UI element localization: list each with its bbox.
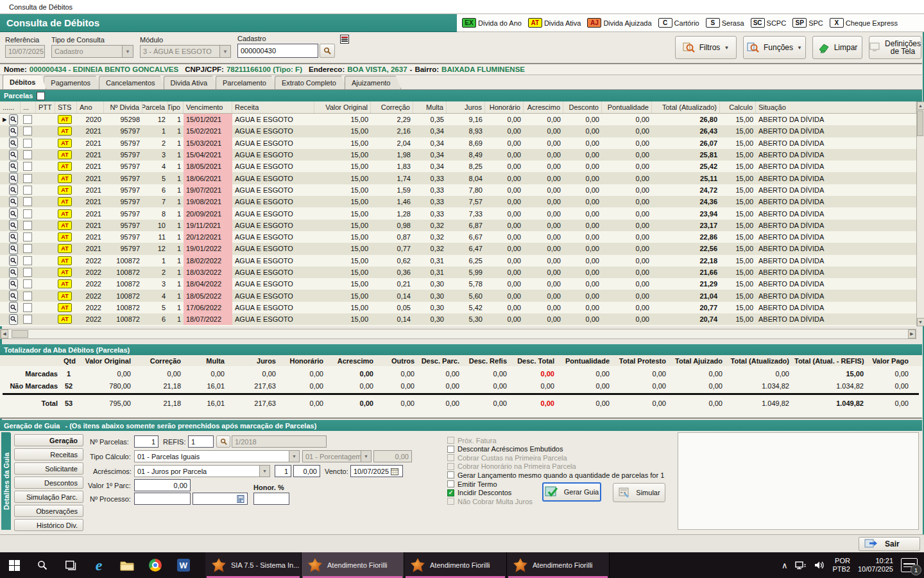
detalhes-da-guia-tab[interactable]: Detalhes da Guia bbox=[1, 432, 11, 530]
sidebar-button-simula-o-parc-[interactable]: Simulação Parc. bbox=[14, 491, 83, 503]
sidebar-button-hist-rico-div-[interactable]: Histórico Div. bbox=[14, 519, 83, 531]
checkbox[interactable] bbox=[447, 454, 454, 461]
table-row[interactable]: ▶AT20209529812115/01/2021AGUA E ESGOTO15… bbox=[0, 114, 916, 125]
filtros-button[interactable]: Filtros▼ bbox=[675, 36, 737, 59]
column-header[interactable]: ...... bbox=[0, 101, 21, 113]
tab-parcelamento[interactable]: Parcelamento bbox=[216, 76, 277, 89]
column-header[interactable]: Honorário bbox=[485, 101, 524, 113]
row-magnifier-button[interactable] bbox=[9, 267, 18, 278]
modulo-select[interactable]: 3 - ÁGUA E ESGOTO▼ bbox=[140, 45, 231, 58]
row-checkbox[interactable] bbox=[23, 244, 32, 253]
sair-button[interactable]: Sair bbox=[859, 537, 920, 551]
column-header[interactable]: Vencimento bbox=[184, 101, 232, 113]
table-row[interactable]: AT20219579710119/11/2021AGUA E ESGOTO15,… bbox=[0, 220, 916, 231]
table-row[interactable]: AT2021957976119/07/2021AGUA E ESGOTO15,0… bbox=[0, 184, 916, 196]
tipo-consulta-select[interactable]: Cadastro▼ bbox=[51, 45, 133, 58]
vencto-input[interactable]: 10/07/2025 bbox=[350, 465, 403, 477]
column-header[interactable]: Situação bbox=[756, 101, 916, 113]
porcentagem-select[interactable]: 01 - Porcentagem▼ bbox=[302, 450, 372, 462]
taskbar-app-3[interactable]: Atendimento Fiorilli bbox=[507, 552, 610, 578]
sidebar-button-receitas[interactable]: Receitas bbox=[14, 448, 83, 460]
row-checkbox[interactable] bbox=[23, 115, 32, 124]
scroll-up-button[interactable]: ▲ bbox=[917, 101, 924, 110]
row-magnifier-button[interactable] bbox=[9, 255, 18, 266]
tab-ajuizamento[interactable]: Ajuizamento bbox=[345, 76, 402, 89]
tab-divida-ativa[interactable]: Divida Ativa bbox=[164, 76, 218, 89]
table-row[interactable]: AT2021957978120/09/2021AGUA E ESGOTO15,0… bbox=[0, 207, 916, 219]
row-magnifier-button[interactable] bbox=[9, 220, 18, 231]
column-header[interactable]: Juros bbox=[447, 101, 485, 113]
acrescimos-valor-input[interactable]: 0,00 bbox=[293, 465, 320, 477]
row-checkbox[interactable] bbox=[23, 162, 32, 171]
row-magnifier-button[interactable] bbox=[9, 302, 18, 313]
tab-extrato-completo[interactable]: Extrato Completo bbox=[275, 76, 347, 89]
column-header[interactable]: Nº Divida bbox=[104, 101, 142, 113]
table-row[interactable]: AT2021957973115/04/2021AGUA E ESGOTO15,0… bbox=[0, 149, 916, 161]
row-checkbox[interactable] bbox=[23, 139, 32, 148]
row-checkbox[interactable] bbox=[23, 256, 32, 265]
chrome-button[interactable] bbox=[141, 552, 169, 578]
row-magnifier-button[interactable] bbox=[9, 184, 18, 195]
column-header[interactable]: Correção bbox=[371, 101, 413, 113]
checkbox[interactable] bbox=[447, 480, 454, 487]
table-row[interactable]: AT20221008724118/05/2022AGUA E ESGOTO15,… bbox=[0, 290, 916, 301]
processo-aux-input[interactable] bbox=[193, 493, 248, 505]
row-checkbox[interactable] bbox=[23, 150, 32, 159]
referencia-field[interactable]: 10/07/2025 bbox=[5, 45, 45, 58]
column-header[interactable]: Ano bbox=[77, 101, 104, 113]
column-header[interactable]: Valor Original bbox=[314, 101, 371, 113]
row-magnifier-button[interactable] bbox=[9, 197, 18, 207]
row-magnifier-button[interactable] bbox=[9, 173, 18, 184]
calculator-icon[interactable] bbox=[237, 495, 244, 503]
row-checkbox[interactable] bbox=[23, 268, 32, 277]
column-header[interactable]: Acrescimo bbox=[524, 101, 563, 113]
tipo-calculo-select[interactable]: 01 - Parcelas Iguais▼ bbox=[134, 450, 300, 462]
acrescimos-select[interactable]: 01 - Juros por Parcela▼ bbox=[134, 465, 270, 477]
volume-icon[interactable] bbox=[814, 561, 825, 570]
definicoes-tela-button[interactable]: Definiçõesde Tela bbox=[869, 36, 921, 59]
row-magnifier-button[interactable] bbox=[9, 243, 18, 254]
row-magnifier-button[interactable] bbox=[9, 126, 18, 137]
row-magnifier-button[interactable] bbox=[9, 161, 18, 172]
checkbox[interactable] bbox=[447, 463, 454, 470]
cadastro-input[interactable]: 000000430 bbox=[237, 44, 318, 58]
cadastro-search-button[interactable] bbox=[320, 44, 335, 58]
task-view-button[interactable] bbox=[56, 552, 85, 578]
table-row[interactable]: AT20219579711120/12/2021AGUA E ESGOTO15,… bbox=[0, 231, 916, 243]
table-row[interactable]: AT2021957971115/02/2021AGUA E ESGOTO15,0… bbox=[0, 125, 916, 137]
table-row[interactable]: AT2021957972115/03/2021AGUA E ESGOTO15,0… bbox=[0, 137, 916, 149]
table-row[interactable]: AT2021957977119/08/2021AGUA E ESGOTO15,0… bbox=[0, 196, 916, 207]
row-checkbox[interactable] bbox=[23, 292, 32, 301]
tray-chevron-icon[interactable]: ∧ bbox=[782, 561, 788, 570]
clock[interactable]: 10:21 10/07/2025 bbox=[858, 557, 893, 574]
row-magnifier-button[interactable] bbox=[9, 114, 18, 125]
valor-1parc-input[interactable]: 0,00 bbox=[134, 479, 191, 491]
row-magnifier-button[interactable] bbox=[9, 137, 18, 148]
parcelas-checkbox[interactable] bbox=[37, 92, 45, 100]
refis-input[interactable]: 1 bbox=[188, 435, 214, 448]
row-checkbox[interactable] bbox=[23, 279, 32, 288]
row-checkbox[interactable] bbox=[23, 197, 32, 206]
row-magnifier-button[interactable] bbox=[9, 290, 18, 301]
row-checkbox[interactable] bbox=[23, 174, 32, 183]
file-explorer-button[interactable] bbox=[113, 552, 141, 578]
row-checkbox[interactable] bbox=[23, 232, 32, 241]
checkbox[interactable] bbox=[447, 437, 454, 444]
checkbox[interactable]: ✓ bbox=[447, 489, 454, 496]
column-header[interactable]: Parcela bbox=[142, 101, 168, 113]
notification-center-icon[interactable]: 1 bbox=[901, 558, 918, 572]
row-magnifier-button[interactable] bbox=[9, 279, 18, 290]
tab-pagamentos[interactable]: Pagamentos bbox=[44, 76, 101, 89]
column-header[interactable]: Desconto bbox=[563, 101, 602, 113]
column-header[interactable]: Receita bbox=[232, 101, 314, 113]
n-processo-input[interactable] bbox=[134, 493, 191, 505]
sidebar-button-gera-o[interactable]: Geração bbox=[14, 434, 83, 446]
network-icon[interactable] bbox=[795, 561, 807, 570]
row-checkbox[interactable] bbox=[23, 186, 32, 195]
horizontal-scrollbar[interactable]: ◀ ▶ bbox=[0, 329, 916, 339]
gerar-guia-button[interactable]: Gerar Guia bbox=[542, 482, 601, 502]
sidebar-button-solicitante[interactable]: Solicitante bbox=[14, 462, 83, 475]
taskbar-app-2[interactable]: Atendimento Fiorilli bbox=[404, 552, 507, 578]
honor-input[interactable] bbox=[253, 493, 289, 505]
row-magnifier-button[interactable] bbox=[9, 232, 18, 243]
